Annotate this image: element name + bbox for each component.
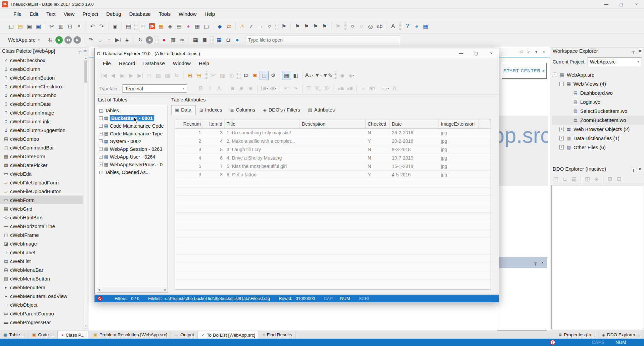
menu-project[interactable]: Project (79, 10, 102, 18)
pin-icon[interactable]: ┬ (632, 48, 635, 54)
expand-icon[interactable]: + (99, 147, 103, 151)
compile-icon[interactable]: ⇊ (46, 35, 55, 44)
filter-icon[interactable]: ▼▾ (314, 71, 323, 80)
step-out-icon[interactable]: ↑ (104, 35, 113, 44)
tab-attributes[interactable]: ▤Attributes (305, 105, 339, 115)
tab-scroll-right-icon[interactable]: ▷ (527, 49, 530, 54)
bookmark-prev-icon[interactable]: ⚑ (302, 22, 311, 31)
web-application-admin-icon[interactable]: ● (233, 35, 242, 44)
dock-tab-output[interactable]: →Output (171, 331, 198, 339)
run-icon[interactable]: ▶ (55, 35, 64, 44)
dock-tab-class-p-[interactable]: ◕Class P... (57, 331, 88, 339)
workspace-node-data-dictionaries-1-[interactable]: +▥Data Dictionaries (1) (552, 134, 644, 143)
palette-item-cwebcolumncheckbox[interactable]: ↥cWebColumnCheckbox (0, 82, 83, 91)
restart-icon[interactable]: ↷ (86, 35, 95, 44)
code-explorer-icon[interactable]: ≣ (138, 22, 147, 31)
expand-icon[interactable]: + (99, 163, 103, 166)
window-layout-icon[interactable]: ▦ (421, 22, 430, 31)
new-file-icon[interactable]: ▢ (7, 22, 16, 31)
palette-item-cwebhorizontalline[interactable]: —cWebHorizontalLine (0, 222, 83, 230)
record-macro-icon[interactable]: ◉ (110, 22, 120, 31)
find-next-icon[interactable]: ◌ (357, 22, 366, 31)
record-form-icon[interactable]: ▣ (118, 71, 127, 80)
table-node-bucketitem-0001[interactable]: +▦BucketItem - 0001 (97, 114, 168, 122)
workspace-node-login-wo[interactable]: ▤Login.wo (552, 97, 644, 106)
table-row[interactable]: 575. Kiss the most beautiful girlN15-1-2… (175, 162, 491, 171)
close-icon[interactable]: × (541, 260, 544, 265)
breakpoint-list-icon[interactable]: ▨ (169, 35, 178, 44)
print-icon[interactable]: ▤ (124, 22, 133, 31)
menu-file[interactable]: File (9, 10, 26, 18)
save-record-icon[interactable]: ▥ (154, 71, 163, 80)
tab-list-icon[interactable]: ▼ (535, 50, 538, 54)
column-header-title[interactable]: Title (225, 120, 300, 128)
pin-icon[interactable]: ┬ (632, 166, 636, 172)
palette-item-cwebhtmlbox[interactable]: <>cWebHtmlBox (0, 213, 83, 222)
palette-item-cwebmenuitemloadview[interactable]: ▸cWebMenuItemLoadView (0, 292, 83, 300)
palette-item-cwebcolumndate[interactable]: ↥cWebColumnDate (0, 99, 83, 108)
palette-item-cwebgrid[interactable]: ▦cWebGrid (0, 204, 83, 213)
locals-icon[interactable]: ▦ (191, 35, 200, 44)
bookmark-next-icon[interactable]: ⚑ (311, 22, 320, 31)
pause-icon[interactable]: ▮▮ (64, 35, 73, 44)
table-node-webapp-user-0264[interactable]: +▦WebApp User - 0264 (97, 153, 168, 161)
cut-icon[interactable]: ✂ (209, 71, 218, 80)
typeface-combo[interactable]: Terminal ▾ (123, 84, 187, 93)
help-icon[interactable]: ? (403, 22, 412, 31)
palette-item-cwebfileuploadbutton[interactable]: ▱cWebFileUploadButton (0, 187, 83, 196)
next-record-icon[interactable]: ▶ (127, 71, 136, 80)
expand-icon[interactable]: + (559, 136, 564, 140)
stop-icon[interactable]: ■ (145, 35, 154, 44)
clear-record-icon[interactable]: ≣ (145, 71, 154, 80)
palette-item-cwebmenubutton[interactable]: ▤cWebMenuButton (0, 274, 83, 283)
expand-icon[interactable]: + (99, 124, 103, 128)
menu-view[interactable]: View (60, 10, 79, 18)
workspace-node-selectbucketitem-wo[interactable]: ▤SelectBucketItem.wo (552, 106, 644, 116)
dock-tab-find-results[interactable]: ○Find Results (259, 331, 295, 339)
find-in-files-icon[interactable]: ◎ (366, 22, 375, 31)
workspace-node-web-views-4-[interactable]: −▦Web Views (4) (552, 79, 644, 88)
table-node-code-maintenance-code[interactable]: +▦Code Maintenance Code (97, 122, 168, 130)
table-node-webappserverprops-0[interactable]: +▦WebAppServerProps - 0 (97, 161, 168, 168)
close-icon[interactable]: × (84, 48, 87, 53)
expand-icon[interactable]: + (99, 155, 103, 159)
copy-icon[interactable]: ▥ (218, 71, 227, 80)
settings-gear-icon[interactable]: ⚙ (269, 71, 278, 80)
dialog-maximize-button[interactable]: ▢ (469, 49, 484, 58)
delete-record-icon[interactable]: ▥ (163, 71, 172, 80)
database-builder-icon[interactable]: ◘ (241, 71, 250, 80)
watch-expressions-icon[interactable]: ∞ (178, 35, 187, 44)
text-height-icon[interactable]: T (305, 84, 314, 93)
open-file-icon[interactable]: ▤ (16, 22, 25, 31)
palette-item-cwebdateform[interactable]: ▦cWebDateForm (0, 152, 83, 161)
ddo-remove-icon[interactable]: ◫ (583, 174, 592, 183)
tab-close-icon[interactable]: × (543, 50, 545, 54)
dock-tab-code-[interactable]: ▣Code ... (29, 331, 58, 339)
paste-icon[interactable]: ⊡ (65, 22, 75, 31)
dataflex-studio-icon[interactable]: DF (147, 22, 156, 31)
step-into-icon[interactable]: ↓ (95, 35, 104, 44)
dock-tab-table-[interactable]: ▦Table ... (0, 331, 29, 339)
color-palette-icon[interactable]: ◕ (184, 22, 193, 31)
delete-icon[interactable]: × (75, 22, 84, 31)
scroll-up-icon[interactable]: ▲ (84, 56, 88, 60)
menu-database[interactable]: Database (125, 10, 155, 18)
bullet-list-icon[interactable]: •≡▾ (269, 84, 278, 93)
align-left-icon[interactable]: ≡ (228, 84, 237, 93)
current-project-combo[interactable]: WebApp.src ▾ (588, 57, 641, 66)
palette-item-cweblabel[interactable]: TcWebLabel (0, 248, 83, 257)
tables-root-node[interactable]: ◫Tables (97, 106, 168, 114)
ddo-refresh-icon[interactable]: ◘ (560, 174, 569, 183)
tab-indexes[interactable]: ⊞Indexes (196, 105, 227, 115)
superscript-icon[interactable]: X² (323, 84, 332, 93)
palette-item-cwebimage[interactable]: ◪cWebImage (0, 239, 83, 248)
find-text-icon[interactable]: ○ (359, 84, 368, 93)
table-data-icon[interactable]: ▦ (215, 35, 224, 44)
workspace-node-other-files-6-[interactable]: +▧Other Files (6) (552, 143, 644, 152)
error-list-icon[interactable]: ⚠ (238, 22, 247, 31)
close-button[interactable]: × (629, 0, 644, 8)
tables-opened-as-node[interactable]: ◫Tables, Opened As... (97, 168, 168, 176)
find-preview-icon[interactable]: ○ (265, 22, 274, 31)
new-table-icon[interactable]: ⊞ (185, 71, 194, 80)
font-select-icon[interactable]: A (390, 84, 399, 93)
